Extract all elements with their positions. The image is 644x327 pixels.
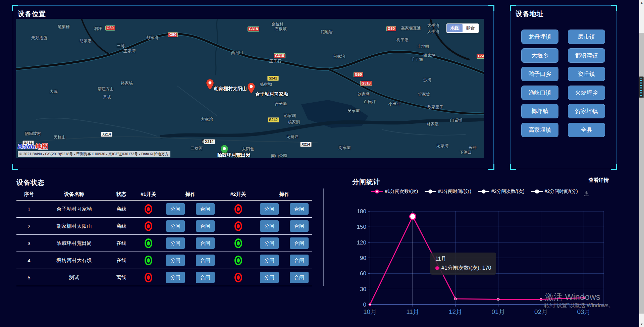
map-toggle-hybrid[interactable]: 混合: [463, 24, 478, 32]
legend-item[interactable]: #2分闸时间/(分): [531, 188, 578, 195]
address-button[interactable]: 全县: [568, 123, 605, 137]
x-axis-label: 11月: [406, 308, 419, 315]
open-switch-button[interactable]: 分闸: [260, 203, 279, 215]
address-button[interactable]: 鸭子口乡: [521, 67, 558, 81]
open-switch-button[interactable]: 分闸: [166, 237, 185, 249]
device-name-cell: 合子坳村习家坳: [42, 206, 107, 212]
legend-marker: [478, 191, 489, 192]
legend-item[interactable]: #1分闸时间/(分): [425, 188, 471, 195]
map-place-label: 杨家淌: [288, 119, 300, 125]
legend-item[interactable]: #1分闸次数/(次): [371, 188, 418, 195]
road-shield-S242: S242: [268, 117, 279, 122]
close-switch-button[interactable]: 合闸: [290, 255, 309, 266]
close-switch-button[interactable]: 合闸: [196, 237, 215, 249]
road-shield-G318: G318: [360, 81, 372, 86]
device-status-cell: 离线: [107, 223, 136, 229]
close-switch-button[interactable]: 合闸: [290, 220, 309, 232]
switch2-ops-cell: 分闸合闸: [257, 203, 312, 215]
close-switch-button[interactable]: 合闸: [290, 272, 309, 283]
tooltip-title: 11月: [435, 256, 491, 263]
map-marker-label: 合子坳村习家坳: [255, 91, 288, 97]
open-switch-button[interactable]: 分闸: [166, 220, 185, 232]
map-place-label: 土地咀: [417, 44, 429, 49]
legend-label: #1分闸次数/(次): [385, 188, 418, 195]
address-button[interactable]: 贺家坪镇: [568, 104, 605, 118]
table-header-cell: 设备名称: [42, 191, 107, 198]
device-name-cell: 晒鼓坪村荒田岗: [42, 240, 107, 247]
map-place-label: 南山公园: [271, 153, 287, 158]
map-toggle-map[interactable]: 地图: [447, 24, 463, 32]
map-place-label: 阴阳坡村: [25, 131, 41, 137]
open-switch-button[interactable]: 分闸: [166, 272, 185, 283]
device-no-cell: 3: [16, 240, 42, 246]
map-pin-marker[interactable]: [206, 79, 214, 92]
switch2-ops-cell: 分闸合闸: [257, 255, 312, 266]
view-details-link[interactable]: 查看详情: [589, 177, 609, 183]
device-status-table: 序号设备名称状态#1开关操作#2开关操作1合子坳村习家坳离线分闸合闸分闸合闸2胡…: [16, 188, 312, 286]
legend-item[interactable]: #2分闸次数/(次): [478, 188, 525, 195]
device-no-cell: 5: [16, 275, 42, 280]
close-switch-button[interactable]: 合闸: [290, 203, 309, 215]
map-place-label: 梅子溪: [396, 37, 409, 43]
road-shield-G318: G318: [274, 53, 285, 58]
address-button[interactable]: 榔坪镇: [521, 104, 558, 118]
y-axis-label: 30: [360, 286, 366, 292]
address-button[interactable]: 龙舟坪镇: [521, 30, 558, 44]
baidu-map[interactable]: 笔架槽洞坪天鹅抱蛋胡家溪三湾王家湾彭家湾金益村石板坡沱地岩大手湾人手湾高家堰互通…: [16, 19, 484, 158]
y-axis-label: 60: [360, 270, 366, 277]
corner-bracket: [12, 5, 18, 11]
open-switch-button[interactable]: 分闸: [260, 237, 279, 249]
open-switch-button[interactable]: 分闸: [260, 220, 279, 232]
switch2-ops-cell: 分闸合闸: [257, 237, 312, 249]
switch1-ops-cell: 分闸合闸: [161, 203, 220, 215]
address-button[interactable]: 火烧坪乡: [568, 86, 605, 100]
table-row: 4塘坊河村大石坝在线分闸合闸分闸合闸: [16, 252, 312, 269]
address-button[interactable]: 高家堰镇: [521, 123, 558, 137]
baidu-logo: Baidu地图: [18, 142, 48, 151]
switch1-indicator-cell: [136, 204, 161, 214]
scrollbar-down-arrow[interactable]: ▼: [639, 322, 644, 327]
map-place-label: 彭家垴: [284, 113, 296, 119]
device-status-section: 设备状态 序号设备名称状态#1开关操作#2开关操作1合子坳村习家坳离线分闸合闸分…: [16, 178, 325, 290]
scrollbar-thumb[interactable]: [639, 33, 644, 314]
legend-marker: [371, 191, 383, 192]
open-switch-button[interactable]: 分闸: [260, 272, 279, 283]
map-place-label: 大溪: [50, 89, 58, 95]
map-place-label: 太阳包: [242, 146, 254, 152]
address-button[interactable]: 都镇湾镇: [568, 48, 605, 63]
open-switch-button[interactable]: 分闸: [260, 255, 279, 266]
close-switch-button[interactable]: 合闸: [196, 272, 215, 283]
device-no-cell: 4: [16, 258, 42, 263]
scrollbar-up-arrow[interactable]: ▲: [639, 0, 644, 5]
tooltip-series-value: #1分闸次数/(次): 170: [441, 265, 491, 272]
device-name-cell: 塘坊河村大石坝: [42, 257, 107, 264]
table-scrollbar[interactable]: [323, 188, 324, 286]
corner-bracket: [510, 164, 516, 170]
switch1-indicator-cell: [136, 221, 161, 231]
open-switch-button[interactable]: 分闸: [166, 203, 185, 215]
address-button[interactable]: 磨市镇: [568, 30, 605, 44]
map-pin-marker[interactable]: [247, 83, 255, 95]
address-button[interactable]: 大堰乡: [521, 48, 558, 63]
map-place-label: 方家湾: [201, 117, 213, 122]
switch-indicator-off: [234, 221, 242, 231]
open-switch-button[interactable]: 分闸: [166, 255, 185, 266]
address-button[interactable]: 渔峡口镇: [521, 86, 558, 100]
map-place-label: 沱地岩: [321, 29, 333, 35]
close-switch-button[interactable]: 合闸: [196, 255, 215, 266]
device-status-cell: 离线: [107, 206, 136, 212]
map-type-toggle[interactable]: 地图混合: [446, 23, 479, 33]
download-icon[interactable]: [583, 190, 590, 199]
data-point: [369, 304, 371, 306]
close-switch-button[interactable]: 合闸: [196, 220, 215, 232]
map-place-label: 路家坪: [423, 53, 435, 58]
y-axis-label: 120: [357, 239, 366, 246]
switch-indicator-off: [145, 273, 152, 282]
page-scrollbar[interactable]: ▲ ▼: [639, 0, 644, 327]
map-place-label: 王家湾: [123, 48, 136, 54]
close-switch-button[interactable]: 合闸: [290, 237, 309, 249]
address-button[interactable]: 资丘镇: [568, 67, 605, 81]
close-switch-button[interactable]: 合闸: [196, 203, 215, 215]
switch-indicator-off: [145, 204, 152, 214]
map-place-label: 林家溪: [427, 121, 439, 127]
